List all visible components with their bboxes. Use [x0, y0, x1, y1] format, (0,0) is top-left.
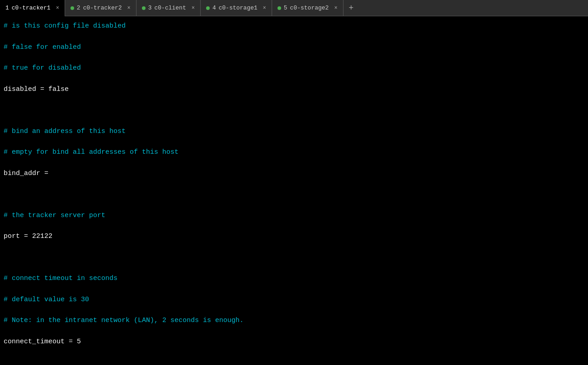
tab-dot-c0-storage2 — [278, 6, 281, 10]
code-line-5: # bind an address of this host — [4, 126, 584, 137]
tab-dot-c0-tracker2 — [71, 6, 74, 10]
tab-label-c0-storage2: c0-storage2 — [290, 5, 329, 11]
tab-c0-tracker2[interactable]: 2 c0-tracker2× — [65, 0, 136, 16]
code-line-10: port = 22122 — [4, 231, 584, 242]
code-line-1: # false for enabled — [4, 42, 584, 52]
code-line-0: # is this config file disabled — [4, 21, 584, 31]
code-line-14: # Note: in the intranet network (LAN), 2… — [4, 315, 584, 326]
tab-number-5: 5 — [284, 5, 287, 11]
add-tab-button[interactable]: + — [343, 4, 359, 13]
code-line-12: # connect timeout in seconds — [4, 273, 584, 284]
tab-label-c0-client: c0-client — [155, 5, 186, 11]
tab-dot-c0-client — [142, 6, 146, 10]
tab-number-1: 1 — [5, 5, 9, 11]
tab-bar: 1 c0-tracker1×2 c0-tracker2×3 c0-client×… — [0, 0, 588, 16]
code-line-9: # the tracker server port — [4, 210, 584, 221]
tab-c0-storage2[interactable]: 5 c0-storage2× — [272, 0, 343, 16]
code-line-16 — [4, 357, 584, 365]
tab-c0-storage1[interactable]: 4 c0-storage1× — [201, 0, 272, 16]
code-line-13: # default value is 30 — [4, 294, 584, 305]
tab-close-c0-tracker1[interactable]: × — [56, 5, 59, 11]
code-line-15: connect_timeout = 5 — [4, 337, 584, 347]
code-area: # is this config file disabled# false fo… — [0, 16, 588, 365]
tab-number-4: 4 — [212, 5, 216, 11]
code-line-2: # true for disabled — [4, 63, 584, 73]
tab-label-c0-storage1: c0-storage1 — [219, 5, 258, 11]
tab-close-c0-client[interactable]: × — [192, 5, 195, 11]
tab-label-c0-tracker1: c0-tracker1 — [12, 5, 51, 11]
tab-number-3: 3 — [148, 5, 152, 11]
code-line-4 — [4, 105, 584, 115]
code-line-6: # empty for bind all addresses of this h… — [4, 147, 584, 157]
tab-c0-tracker1[interactable]: 1 c0-tracker1× — [0, 0, 65, 16]
tab-number-2: 2 — [77, 5, 80, 11]
tab-close-c0-storage1[interactable]: × — [263, 5, 266, 11]
code-line-7: bind_addr = — [4, 168, 584, 179]
tab-label-c0-tracker2: c0-tracker2 — [83, 5, 122, 11]
tab-close-c0-storage2[interactable]: × — [334, 5, 337, 11]
code-line-11 — [4, 252, 584, 263]
tab-dot-c0-storage1 — [206, 6, 210, 10]
code-line-8 — [4, 189, 584, 199]
tab-close-c0-tracker2[interactable]: × — [127, 5, 130, 11]
tab-c0-client[interactable]: 3 c0-client× — [136, 0, 201, 16]
code-line-3: disabled = false — [4, 84, 584, 95]
